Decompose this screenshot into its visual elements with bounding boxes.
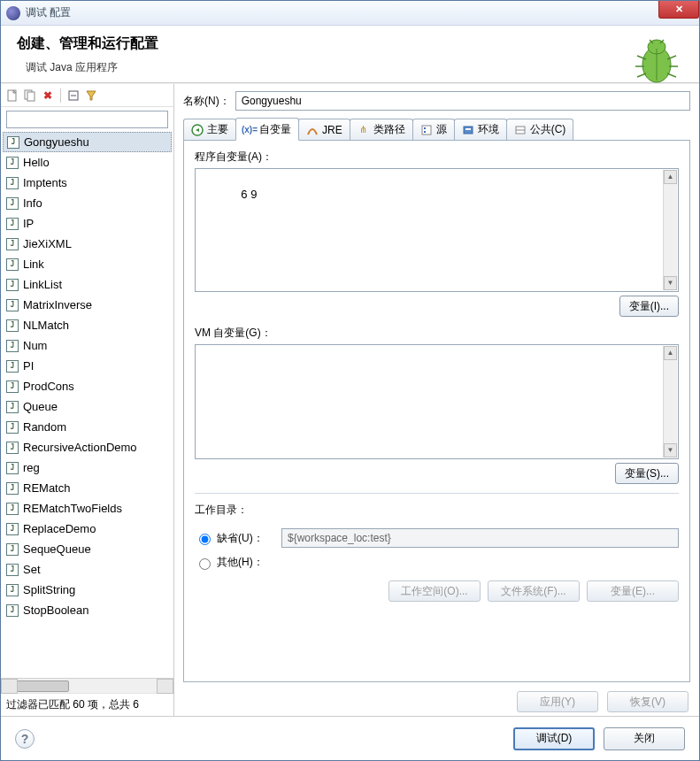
new-config-button[interactable]: [4, 88, 20, 104]
list-item[interactable]: JRandom: [3, 417, 172, 437]
program-args-group: 程序自变量(A)： 6 9 ▲ ▼ 变量(I)...: [195, 150, 679, 317]
tab-label: 源: [436, 122, 447, 137]
list-item[interactable]: JSet: [3, 559, 172, 580]
java-app-icon: J: [6, 543, 19, 556]
filter-status-text: 过滤器已匹配 60 项，总共 6: [1, 693, 173, 716]
list-item[interactable]: JGongyueshu: [3, 132, 172, 152]
list-item[interactable]: JInfo: [3, 193, 172, 213]
list-item-label: JieXiXML: [23, 237, 72, 250]
list-item[interactable]: JRecursiveActionDemo: [3, 437, 172, 457]
list-item[interactable]: JSequeQueue: [3, 539, 172, 559]
svg-line-5: [637, 73, 646, 77]
window-close-button[interactable]: ✕: [658, 1, 699, 19]
tab-主要[interactable]: 主要: [183, 119, 236, 140]
list-item-label: RecursiveActionDemo: [23, 441, 137, 454]
tab-icon: [306, 124, 319, 136]
close-button[interactable]: 关闭: [604, 727, 685, 750]
config-tree-panel: ✖ JGongyueshuJHelloJImptentsJInfoJIPJJie…: [1, 84, 174, 716]
java-app-icon: J: [6, 340, 19, 352]
tab-源[interactable]: 源: [412, 119, 455, 140]
list-item-label: Gongyueshu: [24, 135, 89, 149]
java-app-icon: J: [6, 279, 19, 291]
list-item[interactable]: JReplaceDemo: [3, 519, 172, 539]
header-title: 创建、管理和运行配置: [17, 35, 683, 53]
variables-button[interactable]: 变量(E)...: [587, 580, 679, 602]
help-icon[interactable]: ?: [15, 729, 35, 749]
vm-args-scrollbar[interactable]: ▲ ▼: [663, 346, 677, 457]
list-item-label: Imptents: [23, 176, 67, 189]
list-item[interactable]: JPI: [3, 356, 172, 376]
tab-类路径[interactable]: ⋔类路径: [350, 119, 413, 140]
list-item-label: MatrixInverse: [23, 298, 92, 311]
header-subtitle: 调试 Java 应用程序: [17, 60, 683, 75]
program-args-variables-button[interactable]: 变量(I)...: [619, 296, 679, 317]
list-item[interactable]: JIP: [3, 213, 172, 234]
tab-icon: (x)=: [243, 123, 256, 135]
scroll-down-icon[interactable]: ▼: [664, 276, 677, 290]
workdir-default-radio-label[interactable]: 缺省(U)：: [195, 531, 274, 546]
list-item[interactable]: JMatrixInverse: [3, 295, 172, 315]
tab-label: 自变量: [259, 122, 291, 137]
list-item-label: ProdCons: [23, 380, 74, 393]
workdir-default-row: 缺省(U)：: [195, 528, 679, 548]
vm-args-variables-button[interactable]: 变量(S)...: [615, 463, 679, 484]
list-item[interactable]: Jreg: [3, 457, 172, 478]
tab-环境[interactable]: 环境: [454, 119, 507, 140]
tab-label: JRE: [322, 124, 342, 136]
titlebar: 调试 配置 ✕: [1, 1, 699, 26]
tab-icon: [420, 124, 433, 136]
list-item[interactable]: JNum: [3, 335, 172, 356]
list-item-label: ReplaceDemo: [23, 522, 96, 535]
list-item[interactable]: JImptents: [3, 173, 172, 193]
duplicate-config-button[interactable]: [22, 88, 38, 104]
filter-input[interactable]: [6, 111, 168, 128]
workdir-other-radio[interactable]: [199, 558, 211, 570]
scrollbar-thumb[interactable]: [16, 680, 69, 692]
list-item[interactable]: JNLMatch: [3, 315, 172, 335]
revert-button[interactable]: 恢复(V): [607, 691, 688, 712]
list-item[interactable]: JJieXiXML: [3, 234, 172, 254]
java-app-icon: J: [6, 421, 19, 434]
java-app-icon: J: [6, 197, 19, 210]
name-input[interactable]: [235, 91, 690, 111]
delete-config-button[interactable]: ✖: [40, 88, 56, 104]
scroll-down-icon[interactable]: ▼: [664, 443, 677, 457]
tab-自变量[interactable]: (x)=自变量: [235, 118, 299, 141]
list-item-label: PI: [23, 359, 34, 373]
list-item[interactable]: JHello: [3, 152, 172, 173]
filesystem-button[interactable]: 文件系统(F)...: [488, 580, 580, 602]
list-item[interactable]: JStopBoolean: [3, 600, 172, 620]
list-item-label: Hello: [23, 156, 50, 169]
scroll-up-icon[interactable]: ▲: [664, 170, 677, 184]
list-item[interactable]: JREMatch: [3, 478, 172, 498]
workdir-other-radio-label[interactable]: 其他(H)：: [195, 555, 274, 570]
config-detail-panel: 名称(N)： 主要(x)=自变量JRE⋔类路径源环境公共(C) 程序自变量(A)…: [174, 84, 699, 716]
svg-rect-13: [27, 92, 35, 101]
filter-button[interactable]: [83, 88, 99, 104]
tab-公共(C)[interactable]: 公共(C): [506, 119, 574, 140]
list-item-label: REMatchTwoFields: [23, 502, 122, 515]
list-item-label: reg: [23, 461, 40, 474]
horizontal-scrollbar[interactable]: [1, 678, 173, 693]
list-item[interactable]: JLinkList: [3, 274, 172, 295]
vm-args-textarea[interactable]: ▲ ▼: [195, 344, 679, 459]
collapse-all-button[interactable]: [65, 88, 81, 104]
list-item[interactable]: JREMatchTwoFields: [3, 498, 172, 519]
config-list[interactable]: JGongyueshuJHelloJImptentsJInfoJIPJJieXi…: [1, 132, 173, 678]
tab-JRE[interactable]: JRE: [298, 119, 350, 140]
program-args-textarea[interactable]: 6 9 ▲ ▼: [195, 168, 679, 292]
debug-bug-icon: [630, 35, 683, 88]
list-item-label: Queue: [23, 400, 58, 413]
list-item[interactable]: JQueue: [3, 396, 172, 417]
list-item[interactable]: JProdCons: [3, 376, 172, 396]
list-item[interactable]: JSplitString: [3, 580, 172, 600]
workspace-button[interactable]: 工作空间(O)...: [388, 580, 481, 602]
apply-button[interactable]: 应用(Y): [517, 691, 598, 712]
workdir-default-radio[interactable]: [199, 534, 211, 545]
workdir-label: 工作目录：: [195, 503, 679, 518]
java-app-icon: J: [6, 238, 19, 250]
debug-button[interactable]: 调试(D): [513, 727, 595, 750]
list-item[interactable]: JLink: [3, 254, 172, 274]
scroll-up-icon[interactable]: ▲: [664, 346, 677, 360]
program-args-scrollbar[interactable]: ▲ ▼: [663, 170, 677, 290]
